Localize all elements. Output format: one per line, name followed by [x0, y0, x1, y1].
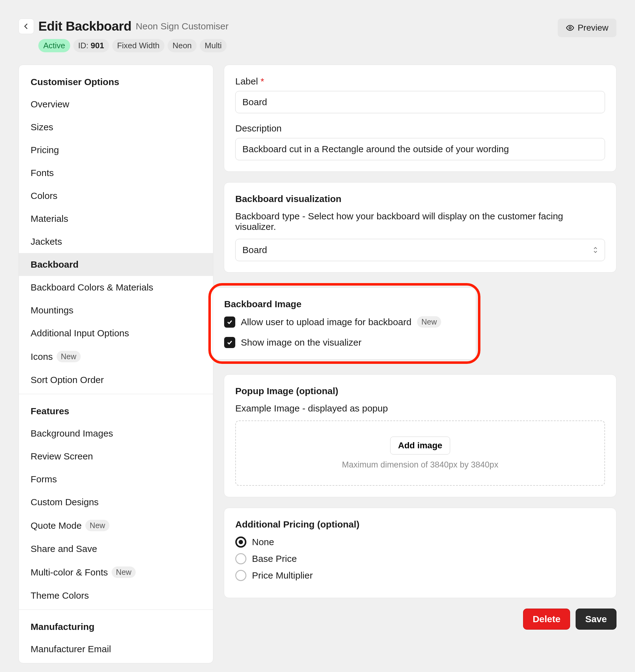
- highlight-frame: Backboard Image Allow user to upload ima…: [209, 283, 480, 364]
- allow-upload-label: Allow user to upload image for backboard: [241, 317, 412, 327]
- new-badge: New: [112, 567, 136, 578]
- check-icon: [226, 339, 233, 346]
- radio-button[interactable]: [235, 553, 246, 564]
- sidebar-item-multi-color-fonts[interactable]: Multi-color & FontsNew: [19, 560, 213, 584]
- sidebar-item-pricing[interactable]: Pricing: [19, 139, 213, 162]
- sidebar-item-label: Forms: [30, 474, 57, 484]
- arrow-left-icon: [23, 23, 30, 30]
- sidebar-item-label: Additional Input Options: [30, 328, 129, 338]
- back-button[interactable]: [19, 19, 34, 34]
- sidebar: Customiser Options OverviewSizesPricingF…: [19, 65, 213, 663]
- save-button[interactable]: Save: [576, 609, 616, 630]
- delete-button[interactable]: Delete: [523, 609, 570, 630]
- sidebar-item-label: Share and Save: [30, 544, 97, 554]
- show-on-visualizer-checkbox[interactable]: [224, 337, 235, 348]
- sidebar-item-colors[interactable]: Colors: [19, 184, 213, 207]
- radio-button[interactable]: [235, 537, 246, 548]
- additional-pricing-title: Additional Pricing (optional): [235, 519, 605, 530]
- sidebar-item-background-images[interactable]: Background Images: [19, 422, 213, 445]
- sidebar-item-label: Fonts: [30, 168, 54, 178]
- visualization-title: Backboard visualization: [235, 194, 605, 204]
- sidebar-item-backboard[interactable]: Backboard: [19, 253, 213, 276]
- preview-button[interactable]: Preview: [558, 19, 616, 37]
- pricing-option-price-multiplier[interactable]: Price Multiplier: [235, 570, 605, 581]
- sidebar-item-sizes[interactable]: Sizes: [19, 116, 213, 139]
- sidebar-item-label: Overview: [30, 99, 69, 109]
- sidebar-item-additional-input-options[interactable]: Additional Input Options: [19, 322, 213, 345]
- pricing-option-none[interactable]: None: [235, 537, 605, 548]
- sidebar-item-label: Icons: [30, 352, 53, 362]
- sidebar-heading-customiser: Customiser Options: [19, 65, 213, 93]
- card-visualization: Backboard visualization Backboard type -…: [224, 182, 616, 273]
- sidebar-item-label: Multi-color & Fonts: [30, 567, 108, 578]
- page-subtitle: Neon Sign Customiser: [136, 21, 228, 31]
- sidebar-item-label: Quote Mode: [30, 520, 82, 531]
- sidebar-item-manufacturer-email[interactable]: Manufacturer Email: [19, 638, 213, 660]
- sidebar-item-custom-designs[interactable]: Custom Designs: [19, 491, 213, 513]
- image-dropzone[interactable]: Add image Maximum dimension of 3840px by…: [235, 420, 605, 486]
- sidebar-heading-features: Features: [19, 394, 213, 422]
- sidebar-item-materials[interactable]: Materials: [19, 207, 213, 230]
- sidebar-item-label: Background Images: [30, 428, 113, 439]
- popup-image-title: Popup Image (optional): [235, 386, 605, 396]
- status-badge-active: Active: [38, 39, 70, 52]
- badge-row: Active ID: 901 Fixed Width Neon Multi: [19, 39, 228, 52]
- popup-image-desc: Example Image - displayed as popup: [235, 403, 605, 414]
- description-input[interactable]: [235, 138, 605, 160]
- sidebar-item-review-screen[interactable]: Review Screen: [19, 445, 213, 468]
- allow-upload-checkbox[interactable]: [224, 316, 235, 328]
- new-badge: New: [57, 351, 81, 362]
- label-input[interactable]: [235, 91, 605, 113]
- sidebar-item-theme-colors[interactable]: Theme Colors: [19, 584, 213, 607]
- sidebar-item-label: Pricing: [30, 145, 59, 155]
- card-additional-pricing: Additional Pricing (optional) NoneBase P…: [224, 508, 616, 598]
- svg-point-0: [569, 27, 571, 29]
- backboard-image-title: Backboard Image: [224, 299, 465, 309]
- sidebar-item-share-and-save[interactable]: Share and Save: [19, 538, 213, 560]
- radio-label: None: [252, 537, 274, 547]
- radio-label: Base Price: [252, 553, 297, 564]
- visualization-desc: Backboard type - Select how your backboa…: [235, 211, 605, 232]
- sidebar-item-label: Backboard Colors & Materials: [30, 282, 153, 293]
- check-icon: [226, 319, 233, 326]
- sidebar-item-backboard-colors-materials[interactable]: Backboard Colors & Materials: [19, 276, 213, 299]
- new-badge: New: [85, 520, 109, 531]
- radio-button[interactable]: [235, 570, 246, 581]
- eye-icon: [566, 23, 574, 32]
- card-backboard-image: Backboard Image Allow user to upload ima…: [213, 288, 476, 359]
- backboard-type-select[interactable]: Board: [235, 239, 605, 261]
- id-badge: ID: 901: [73, 39, 109, 52]
- sidebar-item-label: Jackets: [30, 236, 62, 247]
- sidebar-item-overview[interactable]: Overview: [19, 93, 213, 116]
- sidebar-item-label: Backboard: [30, 259, 79, 270]
- sidebar-item-fonts[interactable]: Fonts: [19, 162, 213, 184]
- neon-badge: Neon: [168, 39, 197, 52]
- sidebar-item-label: Manufacturer Email: [30, 644, 111, 654]
- pricing-option-base-price[interactable]: Base Price: [235, 553, 605, 564]
- sidebar-item-sort-option-order[interactable]: Sort Option Order: [19, 369, 213, 392]
- sidebar-item-label: Materials: [30, 213, 68, 224]
- sidebar-item-label: Mountings: [30, 305, 73, 316]
- show-on-visualizer-label: Show image on the visualizer: [241, 337, 362, 348]
- page-title: Edit Backboard: [38, 19, 131, 34]
- radio-label: Price Multiplier: [252, 570, 313, 581]
- multi-badge: Multi: [200, 39, 226, 52]
- add-image-button[interactable]: Add image: [390, 437, 450, 455]
- card-basic-info: Label * Description: [224, 65, 616, 172]
- sidebar-item-forms[interactable]: Forms: [19, 468, 213, 491]
- sidebar-item-label: Sort Option Order: [30, 375, 104, 385]
- sidebar-item-label: Review Screen: [30, 451, 93, 462]
- fixed-width-badge: Fixed Width: [112, 39, 165, 52]
- card-popup-image: Popup Image (optional) Example Image - d…: [224, 374, 616, 497]
- sidebar-heading-manufacturing: Manufacturing: [19, 610, 213, 638]
- sidebar-item-quote-mode[interactable]: Quote ModeNew: [19, 513, 213, 538]
- sidebar-item-icons[interactable]: IconsNew: [19, 345, 213, 369]
- sidebar-item-label: Custom Designs: [30, 497, 98, 507]
- footer-actions: Delete Save: [224, 609, 616, 630]
- new-badge: New: [417, 316, 441, 328]
- sidebar-item-jackets[interactable]: Jackets: [19, 230, 213, 253]
- label-field-label: Label *: [235, 76, 605, 87]
- sidebar-item-label: Colors: [30, 191, 58, 201]
- dropzone-hint: Maximum dimension of 3840px by 3840px: [342, 460, 498, 470]
- sidebar-item-mountings[interactable]: Mountings: [19, 299, 213, 322]
